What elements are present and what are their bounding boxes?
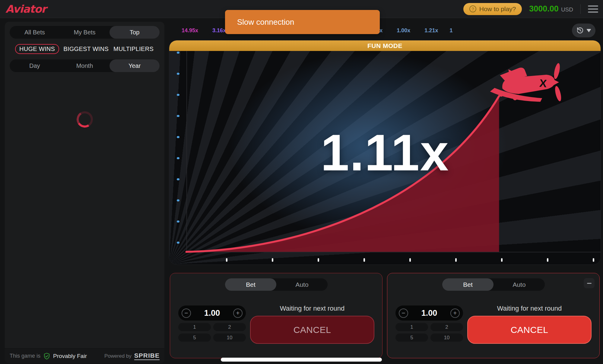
collapse-panel-button[interactable] (584, 278, 595, 288)
sidebar-footer: This game is Provably Fair Powered by SP… (5, 348, 164, 363)
bet-amount-value[interactable]: 1.00 (204, 309, 220, 318)
quick-amount-2[interactable]: 2 (213, 323, 246, 331)
increase-amount-button[interactable]: + (233, 309, 243, 318)
slow-connection-toast: Slow connection (225, 10, 380, 34)
filter-multipliers[interactable]: MULTIPLIERS (113, 44, 154, 54)
quick-amounts: 1 2 5 10 (178, 323, 246, 342)
filter-huge-wins[interactable]: HUGE WINS (15, 44, 59, 54)
auto-tab[interactable]: Auto (494, 278, 545, 291)
balance-value: 3000.00 (529, 4, 559, 14)
sidebar-body (5, 128, 164, 348)
bet-tab[interactable]: Bet (225, 278, 276, 291)
sidebar: All Bets My Bets Top HUGE WINS BIGGEST W… (5, 22, 164, 363)
powered-by-label: Powered by (104, 353, 132, 359)
tab-top[interactable]: Top (109, 26, 160, 39)
history-chip[interactable]: 1.00x (392, 25, 415, 36)
game-canvas: X 1.11x FUN MODE (169, 40, 601, 265)
history-chip-truncated[interactable]: 1 (447, 25, 453, 36)
round-history-button[interactable] (572, 24, 595, 37)
top-bar-right: How to play? 3000.00 USD (463, 3, 598, 15)
tab-all-bets[interactable]: All Bets (10, 26, 60, 39)
balance: 3000.00 USD (529, 4, 573, 14)
bets-tabs: All Bets My Bets Top (10, 26, 160, 39)
tab-month[interactable]: Month (60, 59, 110, 72)
amount-stepper: − 1.00 + (178, 305, 246, 321)
spribe-logo[interactable]: SPRIBE (134, 352, 160, 360)
cancel-bet-button[interactable]: CANCEL (467, 316, 592, 344)
increase-amount-button[interactable]: + (450, 309, 460, 318)
quick-amounts: 1 2 5 10 (395, 323, 463, 342)
quick-amount-10[interactable]: 10 (430, 334, 463, 342)
quick-amount-5[interactable]: 5 (395, 334, 428, 342)
bet-panel-1: Bet Auto − 1.00 + 1 2 5 10 Waiting for n… (170, 273, 382, 358)
amount-stepper: − 1.00 + (395, 305, 463, 321)
tab-year[interactable]: Year (109, 59, 160, 72)
tab-my-bets[interactable]: My Bets (60, 26, 110, 39)
quick-amount-5[interactable]: 5 (178, 334, 211, 342)
provably-fair-label[interactable]: Provably Fair (53, 353, 87, 359)
shield-check-icon (43, 353, 50, 360)
quick-amount-2[interactable]: 2 (430, 323, 463, 331)
chevron-down-icon (586, 29, 591, 32)
divider (580, 4, 581, 14)
current-multiplier: 1.11x (169, 40, 601, 264)
period-tabs: Day Month Year (10, 59, 160, 72)
bet-auto-toggle: Bet Auto (442, 278, 545, 291)
how-to-play-label: How to play? (479, 5, 516, 13)
horizontal-scrollbar[interactable] (221, 358, 382, 362)
fun-mode-banner: FUN MODE (169, 40, 601, 51)
auto-tab[interactable]: Auto (276, 278, 328, 291)
quick-amount-1[interactable]: 1 (178, 323, 211, 331)
question-icon (469, 5, 476, 12)
loading-spinner (75, 110, 94, 129)
decrease-amount-button[interactable]: − (399, 309, 408, 318)
menu-icon (588, 5, 598, 7)
app-logo: Aviator (5, 3, 46, 15)
bet-amount-value[interactable]: 1.00 (421, 309, 437, 318)
filter-biggest-wins[interactable]: BIGGEST WINS (63, 44, 109, 54)
bet-auto-toggle: Bet Auto (225, 278, 328, 291)
quick-amount-10[interactable]: 10 (213, 334, 246, 342)
history-clock-icon (576, 27, 584, 34)
quick-amount-1[interactable]: 1 (395, 323, 428, 331)
decrease-amount-button[interactable]: − (182, 309, 191, 318)
fair-prefix-label: This game is (10, 353, 40, 359)
tab-day[interactable]: Day (10, 59, 60, 72)
toast-message: Slow connection (237, 17, 294, 27)
history-chip[interactable]: 1.21x (419, 25, 443, 36)
bet-tab[interactable]: Bet (442, 278, 494, 291)
history-chip[interactable]: 14.95x (176, 25, 203, 36)
bet-panel-2: Bet Auto − 1.00 + 1 2 5 10 Waiting for n… (387, 273, 600, 358)
round-status-text: Waiting for next round (250, 305, 374, 312)
top-win-filters: HUGE WINS BIGGEST WINS MULTIPLIERS (7, 44, 162, 54)
menu-button[interactable] (588, 5, 598, 13)
cancel-bet-button[interactable]: CANCEL (250, 316, 374, 344)
round-status-text: Waiting for next round (467, 305, 592, 312)
balance-currency: USD (561, 6, 573, 13)
how-to-play-button[interactable]: How to play? (463, 3, 522, 15)
